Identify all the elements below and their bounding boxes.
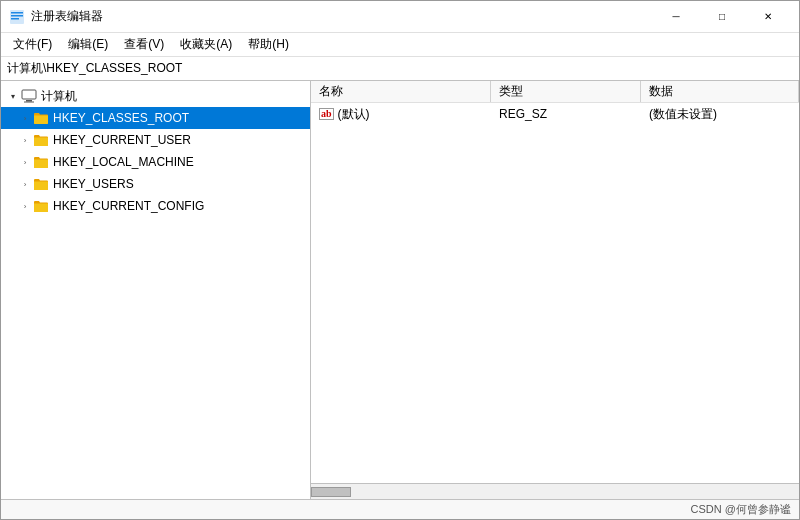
- main-content: ▾ 计算机 › H: [1, 81, 799, 499]
- menu-help[interactable]: 帮助(H): [240, 34, 297, 55]
- menu-bar: 文件(F) 编辑(E) 查看(V) 收藏夹(A) 帮助(H): [1, 33, 799, 57]
- svg-rect-4: [22, 90, 36, 99]
- minimize-button[interactable]: ─: [653, 1, 699, 33]
- registry-editor-window: 注册表编辑器 ─ □ ✕ 文件(F) 编辑(E) 查看(V) 收藏夹(A) 帮助…: [0, 0, 800, 520]
- tree-label-computer: 计算机: [41, 88, 77, 105]
- folder-icon-users: [33, 176, 49, 192]
- tree-label-hkey-current-user: HKEY_CURRENT_USER: [53, 133, 191, 147]
- svg-rect-1: [11, 12, 23, 14]
- list-header: 名称 类型 数据: [311, 81, 799, 103]
- window-controls: ─ □ ✕: [653, 1, 791, 33]
- tree-item-hkey-classes-root[interactable]: › HKEY_CLASSES_ROOT: [1, 107, 310, 129]
- expander-hkey-current-config[interactable]: ›: [17, 195, 33, 217]
- tree-panel[interactable]: ▾ 计算机 › H: [1, 81, 311, 499]
- tree-label-hkey-current-config: HKEY_CURRENT_CONFIG: [53, 199, 204, 213]
- tree-item-hkey-users[interactable]: › HKEY_USERS: [1, 173, 310, 195]
- ab-icon: ab: [319, 108, 334, 120]
- app-icon: [9, 9, 25, 25]
- tree-item-hkey-local-machine[interactable]: › HKEY_LOCAL_MACHINE: [1, 151, 310, 173]
- window-title: 注册表编辑器: [31, 8, 103, 25]
- cell-name-text: (默认): [338, 106, 370, 123]
- cell-name: ab (默认): [311, 106, 491, 123]
- tree-label-hkey-classes-root: HKEY_CLASSES_ROOT: [53, 111, 189, 125]
- status-text: CSDN @何曾参静谧: [691, 502, 791, 517]
- right-panel: 名称 类型 数据 ab (默认) REG_SZ (数值未设置): [311, 81, 799, 499]
- cell-type: REG_SZ: [491, 107, 641, 121]
- menu-view[interactable]: 查看(V): [116, 34, 172, 55]
- column-header-data[interactable]: 数据: [641, 81, 799, 102]
- scroll-track[interactable]: [311, 487, 799, 497]
- title-bar: 注册表编辑器 ─ □ ✕: [1, 1, 799, 33]
- column-header-type[interactable]: 类型: [491, 81, 641, 102]
- menu-file[interactable]: 文件(F): [5, 34, 60, 55]
- folder-icon-classes-root: [33, 110, 49, 126]
- svg-rect-5: [26, 100, 32, 102]
- cell-data: (数值未设置): [641, 106, 799, 123]
- title-bar-left: 注册表编辑器: [9, 8, 103, 25]
- tree-label-hkey-local-machine: HKEY_LOCAL_MACHINE: [53, 155, 194, 169]
- bottom-scrollbar[interactable]: [311, 483, 799, 499]
- list-body[interactable]: ab (默认) REG_SZ (数值未设置): [311, 103, 799, 483]
- status-bar: CSDN @何曾参静谧: [1, 499, 799, 519]
- expander-computer[interactable]: ▾: [5, 85, 21, 107]
- computer-icon: [21, 88, 37, 104]
- scroll-thumb[interactable]: [311, 487, 351, 497]
- expander-hkey-current-user[interactable]: ›: [17, 129, 33, 151]
- table-row[interactable]: ab (默认) REG_SZ (数值未设置): [311, 103, 799, 125]
- expander-hkey-local-machine[interactable]: ›: [17, 151, 33, 173]
- folder-icon-current-config: [33, 198, 49, 214]
- address-path: 计算机\HKEY_CLASSES_ROOT: [7, 60, 182, 77]
- expander-hkey-classes-root[interactable]: ›: [17, 107, 33, 129]
- tree-item-hkey-current-config[interactable]: › HKEY_CURRENT_CONFIG: [1, 195, 310, 217]
- svg-rect-6: [24, 102, 34, 103]
- address-bar: 计算机\HKEY_CLASSES_ROOT: [1, 57, 799, 81]
- menu-edit[interactable]: 编辑(E): [60, 34, 116, 55]
- svg-rect-2: [11, 15, 23, 17]
- column-header-name[interactable]: 名称: [311, 81, 491, 102]
- menu-favorites[interactable]: 收藏夹(A): [172, 34, 240, 55]
- tree-item-computer[interactable]: ▾ 计算机: [1, 85, 310, 107]
- tree-item-hkey-current-user[interactable]: › HKEY_CURRENT_USER: [1, 129, 310, 151]
- expander-hkey-users[interactable]: ›: [17, 173, 33, 195]
- folder-icon-current-user: [33, 132, 49, 148]
- close-button[interactable]: ✕: [745, 1, 791, 33]
- tree-label-hkey-users: HKEY_USERS: [53, 177, 134, 191]
- folder-icon-local-machine: [33, 154, 49, 170]
- svg-rect-3: [11, 18, 19, 20]
- maximize-button[interactable]: □: [699, 1, 745, 33]
